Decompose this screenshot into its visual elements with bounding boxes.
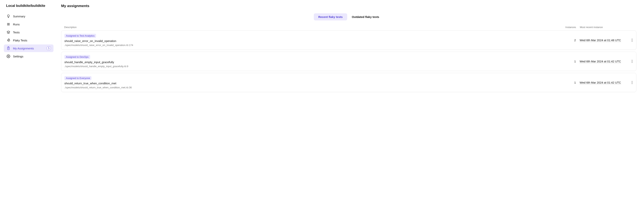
test-actions bbox=[626, 59, 633, 63]
test-row[interactable]: Assigned to Everyone should_return_true_… bbox=[61, 73, 636, 92]
tab-outdated-flaky[interactable]: Outdated flaky tests bbox=[347, 13, 384, 20]
svg-point-7 bbox=[8, 56, 9, 57]
sidebar-item-label: Flaky Tests bbox=[13, 39, 51, 42]
sidebar-item-label: Summary bbox=[13, 15, 51, 18]
sidebar-item-label: Settings bbox=[13, 55, 51, 58]
kebab-menu-icon[interactable] bbox=[631, 59, 633, 63]
test-row-main: Assigned to DevOps should_handle_empty_i… bbox=[64, 55, 560, 68]
column-description: Description bbox=[64, 26, 561, 29]
sidebar-item-tests[interactable]: Tests bbox=[4, 28, 54, 36]
kebab-menu-icon[interactable] bbox=[631, 38, 633, 42]
test-row-main: Assigned to Test Analytics should_raise_… bbox=[64, 34, 560, 46]
sidebar-item-settings[interactable]: Settings bbox=[4, 52, 54, 60]
test-path: ./spec/models/should_handle_empty_input_… bbox=[64, 65, 560, 68]
sidebar-item-my-assignments[interactable]: My Assignments 5 bbox=[4, 44, 54, 52]
test-name: should_handle_empty_input_gracefully bbox=[64, 60, 560, 64]
page-title: My assignments bbox=[61, 4, 636, 8]
test-instances: 1 bbox=[560, 60, 576, 63]
lightbulb-icon bbox=[6, 14, 10, 18]
assignments-count-badge: 5 bbox=[47, 46, 51, 50]
test-recent: Wed 6th Mar 2024 at 01:42 UTC bbox=[576, 81, 626, 84]
assigned-badge: Assigned to DevOps bbox=[64, 55, 90, 59]
test-row[interactable]: Assigned to DevOps should_handle_empty_i… bbox=[61, 52, 636, 71]
sidebar: Local buildkite/buildkite Summary Runs T… bbox=[0, 0, 54, 203]
column-actions bbox=[626, 26, 633, 29]
test-actions bbox=[626, 38, 633, 42]
sidebar-item-summary[interactable]: Summary bbox=[4, 12, 54, 20]
sidebar-item-runs[interactable]: Runs bbox=[4, 20, 54, 28]
test-recent: Wed 6th Mar 2024 at 01:48 UTC bbox=[576, 38, 626, 42]
test-path: ./spec/models/should_raise_error_on_inva… bbox=[64, 44, 560, 46]
test-recent-text: Wed 6th Mar 2024 at 01:48 UTC bbox=[580, 38, 621, 42]
test-recent-text: Wed 6th Mar 2024 at 01:42 UTC bbox=[580, 81, 621, 84]
test-actions bbox=[626, 80, 633, 85]
tabs: Recent flaky tests Outdated flaky tests bbox=[61, 13, 636, 20]
assigned-badge: Assigned to Test Analytics bbox=[64, 34, 96, 38]
test-recent: Wed 6th Mar 2024 at 01:42 UTC bbox=[576, 60, 626, 63]
main-content: My assignments Recent flaky tests Outdat… bbox=[54, 0, 644, 203]
test-recent-text: Wed 6th Mar 2024 at 01:42 UTC bbox=[580, 60, 621, 63]
flame-icon bbox=[6, 38, 10, 42]
test-name: should_return_true_when_condition_met bbox=[64, 82, 560, 85]
test-row[interactable]: Assigned to Test Analytics should_raise_… bbox=[61, 30, 636, 50]
stack-icon bbox=[6, 30, 10, 34]
gear-icon bbox=[6, 54, 10, 58]
sidebar-item-flaky-tests[interactable]: Flaky Tests bbox=[4, 36, 54, 44]
sidebar-title: Local buildkite/buildkite bbox=[4, 4, 54, 8]
column-instances: Instances bbox=[561, 26, 576, 29]
test-name: should_raise_error_on_invalid_operation bbox=[64, 39, 560, 42]
column-most-recent: Most recent instance bbox=[576, 26, 626, 29]
sidebar-item-label: My Assignments bbox=[13, 47, 44, 50]
clipboard-check-icon bbox=[6, 46, 10, 50]
tab-recent-flaky[interactable]: Recent flaky tests bbox=[314, 13, 348, 20]
runs-icon bbox=[6, 22, 10, 26]
sidebar-nav: Summary Runs Tests Flaky Tests My Assign bbox=[4, 12, 54, 60]
test-instances: 2 bbox=[560, 38, 576, 42]
sidebar-item-label: Tests bbox=[13, 31, 51, 34]
test-row-main: Assigned to Everyone should_return_true_… bbox=[64, 76, 560, 89]
test-instances: 1 bbox=[560, 81, 576, 84]
sidebar-item-label: Runs bbox=[13, 23, 51, 26]
test-path: ./spec/models/should_return_true_when_co… bbox=[64, 86, 560, 89]
svg-marker-4 bbox=[7, 31, 10, 32]
assigned-badge: Assigned to Everyone bbox=[64, 76, 92, 80]
kebab-menu-icon[interactable] bbox=[631, 80, 633, 85]
table-header: Description Instances Most recent instan… bbox=[61, 26, 636, 30]
